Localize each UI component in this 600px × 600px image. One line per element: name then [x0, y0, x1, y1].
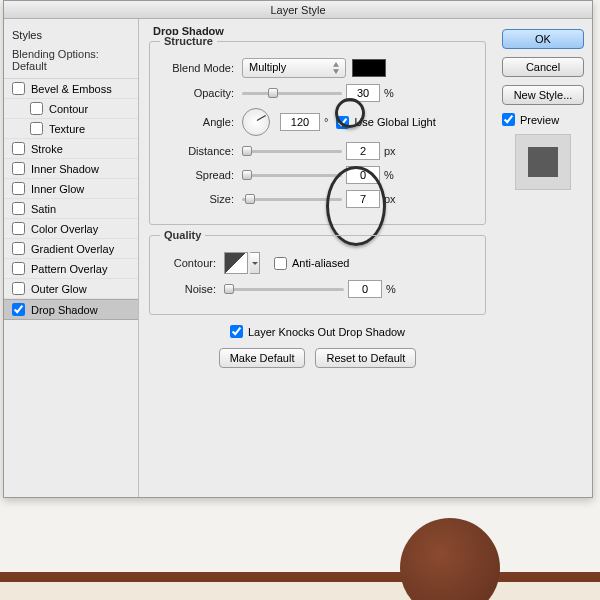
layer-style-dialog: Layer Style Styles Blending Options: Def…	[3, 0, 593, 498]
dialog-title: Layer Style	[4, 1, 592, 19]
style-checkbox[interactable]	[12, 222, 25, 235]
styles-header[interactable]: Styles	[4, 25, 138, 45]
style-item-color-overlay[interactable]: Color Overlay	[4, 219, 138, 239]
new-style-button[interactable]: New Style...	[502, 85, 584, 105]
structure-legend: Structure	[160, 35, 217, 47]
opacity-unit: %	[384, 87, 394, 99]
quality-group: Quality Contour: Anti-aliased Noise: 0 %	[149, 235, 486, 315]
styles-sidebar: Styles Blending Options: Default Bevel &…	[4, 19, 139, 497]
angle-dial[interactable]	[242, 108, 270, 136]
style-item-label: Inner Shadow	[31, 163, 99, 175]
structure-group: Structure Blend Mode: Multiply Opacity: …	[149, 41, 486, 225]
style-item-stroke[interactable]: Stroke	[4, 139, 138, 159]
noise-label: Noise:	[160, 283, 216, 295]
cancel-button[interactable]: Cancel	[502, 57, 584, 77]
style-item-label: Stroke	[31, 143, 63, 155]
reset-to-default-button[interactable]: Reset to Default	[315, 348, 416, 368]
layer-knocks-out-label: Layer Knocks Out Drop Shadow	[248, 326, 405, 338]
style-checkbox[interactable]	[12, 142, 25, 155]
ok-button[interactable]: OK	[502, 29, 584, 49]
angle-unit: °	[324, 116, 328, 128]
background-brown-circle	[400, 518, 500, 600]
spread-label: Spread:	[160, 169, 234, 181]
layer-knocks-out-checkbox[interactable]: Layer Knocks Out Drop Shadow	[230, 325, 405, 338]
distance-slider[interactable]	[242, 144, 342, 158]
style-item-inner-glow[interactable]: Inner Glow	[4, 179, 138, 199]
style-item-label: Texture	[49, 123, 85, 135]
style-item-label: Bevel & Emboss	[31, 83, 112, 95]
use-global-light-label: Use Global Light	[354, 116, 435, 128]
opacity-slider[interactable]	[242, 86, 342, 100]
style-item-label: Satin	[31, 203, 56, 215]
preview-label: Preview	[520, 114, 559, 126]
style-item-label: Gradient Overlay	[31, 243, 114, 255]
noise-slider[interactable]	[224, 282, 344, 296]
style-checkbox[interactable]	[12, 182, 25, 195]
style-item-label: Outer Glow	[31, 283, 87, 295]
size-unit: px	[384, 193, 396, 205]
size-label: Size:	[160, 193, 234, 205]
style-item-gradient-overlay[interactable]: Gradient Overlay	[4, 239, 138, 259]
anti-aliased-checkbox[interactable]: Anti-aliased	[274, 257, 349, 270]
blend-mode-select[interactable]: Multiply	[242, 58, 346, 78]
angle-label: Angle:	[160, 116, 234, 128]
style-item-outer-glow[interactable]: Outer Glow	[4, 279, 138, 299]
spread-input[interactable]: 0	[346, 166, 380, 184]
style-item-label: Color Overlay	[31, 223, 98, 235]
style-item-pattern-overlay[interactable]: Pattern Overlay	[4, 259, 138, 279]
style-checkbox[interactable]	[12, 162, 25, 175]
contour-label: Contour:	[160, 257, 216, 269]
dialog-actions: OK Cancel New Style... Preview	[494, 19, 592, 497]
opacity-label: Opacity:	[160, 87, 234, 99]
style-item-inner-shadow[interactable]: Inner Shadow	[4, 159, 138, 179]
style-item-label: Pattern Overlay	[31, 263, 107, 275]
size-slider[interactable]	[242, 192, 342, 206]
style-item-label: Contour	[49, 103, 88, 115]
blend-mode-label: Blend Mode:	[160, 62, 234, 74]
style-item-bevel-emboss[interactable]: Bevel & Emboss	[4, 79, 138, 99]
distance-input[interactable]: 2	[346, 142, 380, 160]
contour-picker[interactable]	[224, 252, 248, 274]
style-item-drop-shadow[interactable]: Drop Shadow	[4, 299, 138, 320]
style-item-contour[interactable]: Contour	[4, 99, 138, 119]
distance-label: Distance:	[160, 145, 234, 157]
style-checkbox[interactable]	[12, 303, 25, 316]
contour-dropdown[interactable]	[250, 252, 260, 274]
style-checkbox[interactable]	[12, 202, 25, 215]
blend-mode-value: Multiply	[249, 61, 286, 73]
style-item-label: Drop Shadow	[31, 304, 98, 316]
style-item-label: Inner Glow	[31, 183, 84, 195]
shadow-color-swatch[interactable]	[352, 59, 386, 77]
noise-unit: %	[386, 283, 396, 295]
spread-slider[interactable]	[242, 168, 342, 182]
anti-aliased-label: Anti-aliased	[292, 257, 349, 269]
angle-input[interactable]: 120	[280, 113, 320, 131]
preview-checkbox[interactable]: Preview	[502, 113, 584, 126]
style-item-satin[interactable]: Satin	[4, 199, 138, 219]
use-global-light-checkbox[interactable]: Use Global Light	[336, 116, 435, 129]
spread-unit: %	[384, 169, 394, 181]
style-checkbox[interactable]	[12, 262, 25, 275]
style-checkbox[interactable]	[30, 122, 43, 135]
blending-options-default[interactable]: Blending Options: Default	[4, 45, 138, 79]
opacity-input[interactable]: 30	[346, 84, 380, 102]
noise-input[interactable]: 0	[348, 280, 382, 298]
effect-settings-panel: Drop Shadow Structure Blend Mode: Multip…	[139, 19, 494, 497]
style-item-texture[interactable]: Texture	[4, 119, 138, 139]
make-default-button[interactable]: Make Default	[219, 348, 306, 368]
background-stripe-cream	[0, 582, 600, 600]
style-checkbox[interactable]	[12, 242, 25, 255]
style-checkbox[interactable]	[30, 102, 43, 115]
size-input[interactable]: 7	[346, 190, 380, 208]
preview-swatch	[515, 134, 571, 190]
style-checkbox[interactable]	[12, 82, 25, 95]
quality-legend: Quality	[160, 229, 205, 241]
style-checkbox[interactable]	[12, 282, 25, 295]
distance-unit: px	[384, 145, 396, 157]
